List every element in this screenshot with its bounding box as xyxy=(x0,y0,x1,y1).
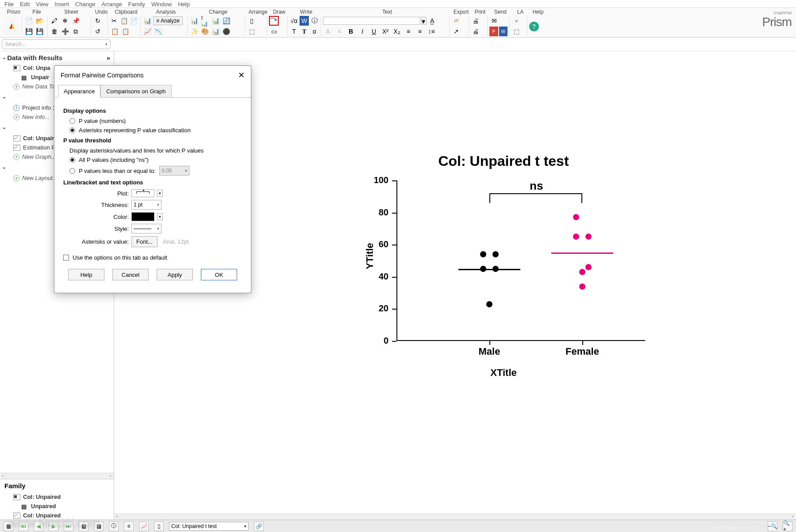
cancel-button[interactable]: Cancel xyxy=(112,269,149,280)
info-write-icon[interactable]: ⓘ xyxy=(310,16,319,26)
mean-line[interactable] xyxy=(458,269,520,270)
change-chart-1-icon[interactable]: 📊 xyxy=(189,16,199,26)
help-button[interactable]: Help xyxy=(68,269,104,280)
clipboard-icon[interactable]: 📋 xyxy=(110,27,119,36)
data-point[interactable] xyxy=(480,251,486,257)
la-1-icon[interactable]: ▫ xyxy=(511,16,521,26)
align-center-icon[interactable]: ≡ xyxy=(415,27,425,36)
data-point[interactable] xyxy=(573,233,579,240)
status-info-icon[interactable]: ⓘ xyxy=(109,521,119,531)
status-layout-icon[interactable]: ▯ xyxy=(154,521,164,531)
draw-rect-icon[interactable]: ▭ xyxy=(269,27,279,36)
change-chart-2-icon[interactable]: ↕📊 xyxy=(200,16,210,26)
comparison-bracket[interactable] xyxy=(489,193,582,194)
zoom-out-icon[interactable]: −🔍 xyxy=(768,521,777,531)
data-point[interactable] xyxy=(579,283,585,290)
x-axis-title[interactable]: XTitle xyxy=(362,367,645,379)
tab-comparisons[interactable]: Comparisons on Graph xyxy=(100,85,171,98)
send-ppt-icon[interactable]: P xyxy=(489,27,498,36)
x-category-label[interactable]: Female xyxy=(556,346,609,357)
print-preview-icon[interactable]: 🖨 xyxy=(471,27,481,36)
subscript-icon[interactable]: X₂ xyxy=(392,27,402,36)
copy-icon[interactable]: 📋 xyxy=(119,16,128,26)
menu-window[interactable]: Window xyxy=(151,1,172,7)
mean-line[interactable] xyxy=(551,253,613,254)
align-icon[interactable]: ▯ xyxy=(247,16,257,26)
status-sheet-icon[interactable]: ▦ xyxy=(4,521,13,531)
font-color-icon[interactable]: A̲ xyxy=(427,16,437,26)
analysis-1-icon[interactable]: 📊 xyxy=(142,16,152,26)
data-point[interactable] xyxy=(492,251,499,257)
thickness-select[interactable]: 1 pt▾ xyxy=(131,200,162,210)
group-icon[interactable]: ⬚ xyxy=(247,27,257,36)
word-icon[interactable]: W xyxy=(300,16,309,26)
canvas-hscroll[interactable]: ‹› xyxy=(114,513,796,520)
save-icon[interactable]: 💾 xyxy=(24,27,34,36)
magic-icon[interactable]: ✨ xyxy=(189,27,199,36)
plot-preview-select[interactable] xyxy=(131,189,154,197)
zoom-in-icon[interactable]: 🔍+ xyxy=(783,521,792,531)
style-select[interactable]: ▾ xyxy=(131,224,162,233)
send-word-icon[interactable]: W xyxy=(499,27,508,36)
font-button[interactable]: Font... xyxy=(131,236,158,247)
menu-change[interactable]: Change xyxy=(75,1,96,7)
status-graph-icon[interactable]: 📈 xyxy=(139,521,149,531)
paste-icon[interactable]: 📄 xyxy=(130,16,138,26)
italic-icon[interactable]: I xyxy=(358,27,367,36)
radio-p-lte[interactable] xyxy=(69,168,75,174)
duplicate-sheet-icon[interactable]: ⧉ xyxy=(71,27,81,36)
superscript-icon[interactable]: X² xyxy=(381,27,390,36)
radio-asterisks[interactable] xyxy=(69,127,75,133)
status-results-icon[interactable]: ≡ xyxy=(124,521,134,531)
sidebar-scroll[interactable]: ‹› xyxy=(0,473,114,479)
menu-edit[interactable]: Edit xyxy=(20,1,30,7)
add-sheet-icon[interactable]: ➕ xyxy=(60,27,70,36)
data-point[interactable] xyxy=(573,214,579,220)
prism-logo-icon[interactable] xyxy=(5,16,19,36)
comparison-label[interactable]: ns xyxy=(530,179,543,193)
line-spacing-icon[interactable]: ↕≡ xyxy=(427,27,436,36)
text-box-icon[interactable]: 𝐓 xyxy=(300,27,309,36)
change-colors-icon[interactable]: 🎨 xyxy=(200,27,210,36)
redo-icon[interactable]: ↻ xyxy=(93,16,103,26)
status-table-icon[interactable]: ▦ xyxy=(79,521,88,531)
font-family-input[interactable] xyxy=(323,17,420,25)
search-input[interactable]: Search... ▾ xyxy=(2,39,111,49)
status-grid-icon[interactable]: ▦ xyxy=(94,521,104,531)
pairwise-bracket-icon[interactable]: ⎴* xyxy=(269,16,279,26)
close-icon[interactable]: ✕ xyxy=(238,70,245,80)
sidebar-data-header[interactable]: › Data with Results » xyxy=(0,51,114,63)
color-swatch[interactable] xyxy=(131,212,154,221)
change-chart-5-icon[interactable]: 📊 xyxy=(211,27,220,36)
status-nav-first-icon[interactable]: ⏮ xyxy=(19,521,28,531)
analysis-3-icon[interactable]: 📉 xyxy=(153,27,163,36)
data-point[interactable] xyxy=(486,301,492,307)
send-mail-icon[interactable]: ✉ xyxy=(489,16,499,26)
print-icon[interactable]: 🖨 xyxy=(471,16,481,26)
undo-icon[interactable]: ↺ xyxy=(93,27,103,36)
font-family-dd[interactable]: ▾ xyxy=(421,17,427,25)
menu-help[interactable]: Help xyxy=(178,1,190,7)
status-sheet-select[interactable]: Col: Unpaired t test▾ xyxy=(169,522,249,531)
open-file-icon[interactable]: 📂 xyxy=(35,16,44,26)
color-scheme-icon[interactable]: ⚫ xyxy=(221,27,231,36)
sidebar-family-item-0[interactable]: ▦Col: Unpaired xyxy=(0,492,114,501)
menu-arrange[interactable]: Arrange xyxy=(101,1,122,7)
p-threshold-input[interactable]: 0.05▾ xyxy=(159,166,189,176)
cut-icon[interactable]: ✂ xyxy=(110,16,119,26)
tab-appearance[interactable]: Appearance xyxy=(58,85,100,98)
text-tool-icon[interactable]: T xyxy=(289,27,299,36)
refresh-icon[interactable]: 🔄 xyxy=(221,16,231,26)
paste-special-icon[interactable]: 📋 xyxy=(120,27,130,36)
pin-icon[interactable]: 📌 xyxy=(71,16,81,26)
save-as-icon[interactable]: 💾 xyxy=(35,27,44,36)
expand-icon[interactable]: » xyxy=(107,54,110,61)
export-arrow-icon[interactable]: ↗ xyxy=(451,27,461,36)
use-default-checkbox[interactable] xyxy=(63,255,69,260)
greek-icon[interactable]: α xyxy=(310,27,319,36)
font-shrink-icon[interactable]: A xyxy=(335,27,344,36)
sidebar-family-item-2[interactable]: 📈Col: Unpaired xyxy=(0,511,114,520)
status-link-icon[interactable]: 🔗 xyxy=(254,521,264,531)
font-grow-icon[interactable]: A xyxy=(323,27,333,36)
analysis-2-icon[interactable]: 📈 xyxy=(142,27,152,36)
